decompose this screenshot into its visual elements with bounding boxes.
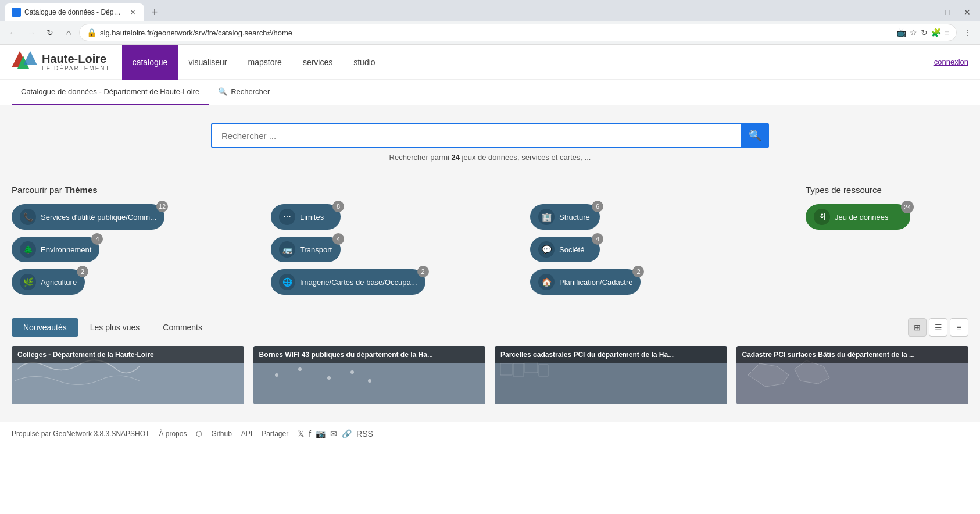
home-button[interactable]: ⌂ bbox=[60, 24, 77, 41]
tab-close-button[interactable]: ✕ bbox=[128, 8, 137, 17]
history-icon[interactable]: ≡ bbox=[945, 28, 949, 37]
themes-title-bold: Thèmes bbox=[65, 185, 98, 195]
github-link[interactable]: Github bbox=[211, 430, 231, 438]
tabs-header: Nouveautés Les plus vues Comments ⊞ ☰ ≡ bbox=[12, 318, 968, 337]
theme-count: 4 bbox=[592, 233, 603, 245]
maximize-button[interactable]: □ bbox=[939, 4, 956, 20]
card-3[interactable]: Parcelles cadastrales PCI du département… bbox=[495, 346, 727, 404]
database-icon: 🗄 bbox=[814, 209, 830, 225]
theme-transport[interactable]: 🚌 Transport 4 bbox=[271, 237, 341, 262]
share-link[interactable]: Partager bbox=[262, 430, 288, 438]
rechercher-label: Rechercher bbox=[231, 87, 270, 96]
github-icon: ⬡ bbox=[196, 430, 202, 438]
tab-comments[interactable]: Comments bbox=[151, 318, 214, 337]
mail-icon[interactable]: ✉ bbox=[330, 429, 337, 438]
back-button[interactable]: ← bbox=[5, 24, 21, 41]
profile-button[interactable]: ⋮ bbox=[959, 24, 975, 41]
card-1[interactable]: Collèges - Département de la Haute-Loire bbox=[12, 346, 244, 404]
twitter-icon[interactable]: 𝕏 bbox=[298, 429, 304, 438]
browser-chrome: Catalogue de données - Départe... ✕ + – … bbox=[0, 0, 980, 45]
nav-item-studio[interactable]: studio bbox=[343, 45, 385, 80]
reload-button[interactable]: ↻ bbox=[42, 24, 58, 41]
theme-societe[interactable]: 💬 Société 4 bbox=[530, 237, 600, 262]
sub-nav-catalogue[interactable]: Catalogue de données - Département de Ha… bbox=[12, 80, 209, 105]
logo-main-text: Haute-Loire bbox=[42, 52, 110, 65]
themes-title: Parcourir par Thèmes bbox=[12, 185, 782, 195]
theme-count: 2 bbox=[77, 266, 88, 277]
search-count: 24 bbox=[452, 153, 460, 162]
card-title-3: Parcelles cadastrales PCI du département… bbox=[495, 346, 727, 363]
link-icon[interactable]: 🔗 bbox=[342, 429, 352, 438]
main-content: 🔍 Rechercher parmi 24 jeux de données, s… bbox=[0, 105, 980, 422]
nav-item-mapstore[interactable]: mapstore bbox=[238, 45, 292, 80]
connexion-link[interactable]: connexion bbox=[934, 58, 968, 66]
browse-section: Parcourir par Thèmes 📞 Services d'utilit… bbox=[12, 185, 968, 295]
view-list-button[interactable]: ☰ bbox=[929, 318, 947, 337]
theme-services-utilite[interactable]: 📞 Services d'utilité publique/Comm... 12 bbox=[12, 204, 164, 230]
catalogue-label: Catalogue de données - Département de Ha… bbox=[21, 87, 199, 96]
theme-count: 6 bbox=[592, 201, 603, 212]
rss-icon[interactable]: RSS bbox=[356, 429, 373, 438]
refresh-icon[interactable]: ↻ bbox=[921, 28, 928, 37]
card-title-1: Collèges - Département de la Haute-Loire bbox=[12, 346, 244, 363]
nav-item-services[interactable]: services bbox=[292, 45, 343, 80]
theme-count: 4 bbox=[332, 233, 344, 245]
card-4[interactable]: Cadastre PCI surfaces Bâtis du départeme… bbox=[736, 346, 969, 404]
search-button[interactable]: 🔍 bbox=[741, 123, 769, 148]
cards-grid: Collèges - Département de la Haute-Loire… bbox=[12, 346, 968, 404]
address-bar[interactable]: 🔒 sig.hauteloire.fr/geonetwork/srv/fre/c… bbox=[79, 24, 957, 41]
dots-icon: ⋯ bbox=[279, 209, 295, 225]
theme-limites[interactable]: ⋯ Limites 8 bbox=[271, 204, 341, 230]
theme-count: 2 bbox=[632, 266, 644, 277]
instagram-icon[interactable]: 📷 bbox=[316, 429, 326, 438]
tree-icon: 🌲 bbox=[20, 241, 36, 258]
tab-nouveautes[interactable]: Nouveautés bbox=[12, 318, 78, 337]
browser-tab-active[interactable]: Catalogue de données - Départe... ✕ bbox=[5, 3, 144, 21]
search-input[interactable] bbox=[211, 123, 741, 148]
resource-type-jeu-donnees[interactable]: 🗄 Jeu de données 24 bbox=[806, 204, 910, 230]
view-mode-buttons: ⊞ ☰ ≡ bbox=[908, 318, 968, 337]
resource-types-title: Types de ressource bbox=[806, 185, 968, 195]
bus-icon: 🚌 bbox=[279, 241, 295, 258]
theme-label: Environnement bbox=[41, 245, 91, 254]
theme-agriculture[interactable]: 🌿 Agriculture 2 bbox=[12, 269, 85, 295]
window-controls: – □ ✕ bbox=[920, 4, 975, 20]
about-link[interactable]: À propos bbox=[159, 430, 187, 438]
card-title-4: Cadastre PCI surfaces Bâtis du départeme… bbox=[736, 346, 969, 363]
sub-nav: Catalogue de données - Département de Ha… bbox=[0, 80, 980, 105]
close-button[interactable]: ✕ bbox=[959, 4, 975, 20]
logo-area: Haute-Loire LE DÉPARTEMENT bbox=[12, 51, 110, 73]
leaf-icon: 🌿 bbox=[20, 274, 36, 290]
footer: Propulsé par GeoNetwork 3.8.3.SNAPSHOT À… bbox=[0, 422, 980, 445]
theme-count: 8 bbox=[332, 201, 344, 212]
list-icon: ☰ bbox=[935, 323, 942, 332]
view-grid-button[interactable]: ⊞ bbox=[908, 318, 927, 337]
theme-imagerie[interactable]: 🌐 Imagerie/Cartes de base/Occupa... 2 bbox=[271, 269, 425, 295]
logo-image bbox=[12, 51, 37, 73]
nav-item-catalogue[interactable]: catalogue bbox=[122, 45, 178, 80]
theme-planification[interactable]: 🏠 Planification/Cadastre 2 bbox=[530, 269, 641, 295]
theme-label: Agriculture bbox=[41, 278, 77, 287]
theme-structure[interactable]: 🏢 Structure 6 bbox=[530, 204, 600, 230]
forward-button[interactable]: → bbox=[23, 24, 40, 41]
svg-point-4 bbox=[327, 376, 331, 380]
search-hint-prefix: Rechercher parmi bbox=[389, 153, 452, 162]
view-compact-button[interactable]: ≡ bbox=[950, 318, 968, 337]
theme-label: Imagerie/Cartes de base/Occupa... bbox=[300, 278, 417, 287]
api-link[interactable]: API bbox=[241, 430, 252, 438]
facebook-icon[interactable]: f bbox=[309, 429, 311, 438]
chat-icon: 💬 bbox=[538, 241, 555, 258]
card-2[interactable]: Bornes WIFI 43 publiques du département … bbox=[253, 346, 486, 404]
cast-icon[interactable]: 📺 bbox=[896, 28, 906, 37]
extension-icon[interactable]: 🧩 bbox=[931, 28, 941, 37]
minimize-button[interactable]: – bbox=[920, 4, 936, 20]
theme-label: Limites bbox=[300, 213, 324, 222]
tab-plus-vues[interactable]: Les plus vues bbox=[78, 318, 152, 337]
theme-environnement[interactable]: 🌲 Environnement 4 bbox=[12, 237, 99, 262]
sub-nav-rechercher[interactable]: 🔍 Rechercher bbox=[209, 80, 279, 105]
new-tab-button[interactable]: + bbox=[146, 4, 163, 20]
theme-count: 2 bbox=[417, 266, 429, 277]
nav-item-visualiseur[interactable]: visualiseur bbox=[178, 45, 237, 80]
phone-icon: 📞 bbox=[20, 209, 36, 225]
bookmark-icon[interactable]: ☆ bbox=[910, 28, 917, 37]
